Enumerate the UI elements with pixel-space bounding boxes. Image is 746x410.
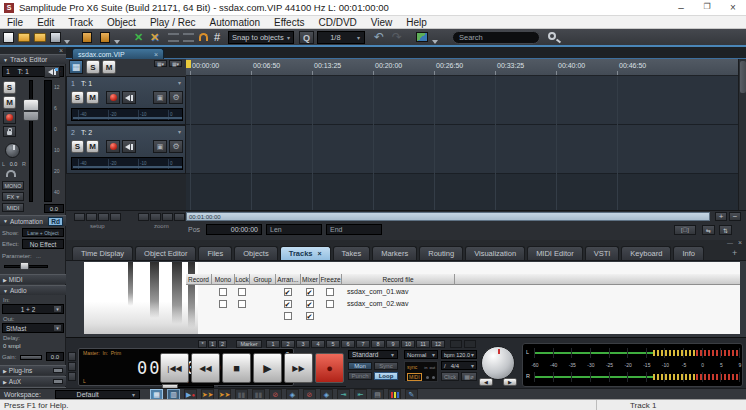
playhead-marker-icon[interactable]: [186, 60, 191, 68]
docker-tab-files[interactable]: Files: [198, 246, 232, 261]
menu-item-automation[interactable]: Automation: [202, 17, 267, 28]
sync-button[interactable]: Sync: [374, 362, 398, 370]
track1-record-button[interactable]: [106, 91, 120, 104]
rewind-to-start-button[interactable]: |◀◀: [160, 353, 189, 383]
automation-mode-badge[interactable]: Rd: [48, 217, 63, 226]
column-header-mixer[interactable]: Mixer: [301, 274, 320, 285]
mono-button[interactable]: MONO: [2, 181, 24, 190]
show-dropdown[interactable]: Lane + Object: [22, 228, 64, 237]
loop-button[interactable]: Loop: [374, 372, 398, 380]
docker-tab-visualization[interactable]: Visualization: [465, 246, 525, 261]
rewind-button[interactable]: ◀◀: [191, 353, 220, 383]
menu-item-play-rec[interactable]: Play / Rec: [143, 17, 203, 28]
table-row[interactable]: ✔: [186, 311, 740, 323]
track-editor-header[interactable]: ▼ Track Editor: [0, 54, 66, 64]
track-name[interactable]: T: 1: [81, 80, 92, 87]
track-header-1[interactable]: 1 T: 1 ▾ S M ▣ ⚙ -40-20-100: [66, 76, 186, 125]
speaker-button[interactable]: [44, 66, 60, 78]
marker-caret-icon[interactable]: [114, 40, 120, 44]
mouse-mode-caret-icon[interactable]: [432, 40, 438, 44]
zoom-out-button[interactable]: −: [729, 212, 741, 221]
marker-button-12[interactable]: 12: [431, 340, 445, 348]
checkbox-freeze[interactable]: [326, 288, 334, 296]
marker-button-1[interactable]: 1: [266, 340, 280, 348]
quantize-value-dropdown[interactable]: 1/8 ▾: [317, 31, 365, 44]
docker-tab-object-editor[interactable]: Object Editor: [135, 246, 196, 261]
track-menu-caret-icon[interactable]: ▾: [178, 80, 181, 86]
track-header-2[interactable]: 2 T: 2 ▾ S M ▣ ⚙ -40-20-100: [66, 125, 186, 174]
automation-header[interactable]: ▼ Automation Rd: [0, 215, 66, 226]
marker-button-10[interactable]: 10: [401, 340, 415, 348]
punch-button[interactable]: Punch: [348, 372, 372, 380]
docker-tab-midi-editor[interactable]: MIDI Editor: [527, 246, 583, 261]
midi-button[interactable]: MIDI: [2, 203, 24, 212]
plugins-mini-button[interactable]: [53, 368, 63, 373]
swap-vertical-button[interactable]: ⇅: [719, 225, 732, 235]
time-signature-dropdown[interactable]: / 4/4 ▾: [441, 361, 477, 370]
track2-mute-button[interactable]: M: [86, 140, 99, 153]
checkbox-arran[interactable]: ✔: [284, 300, 292, 308]
track1-lane[interactable]: [186, 76, 738, 125]
range-marker-icon[interactable]: [82, 32, 92, 43]
track2-lane[interactable]: [186, 125, 738, 174]
docker-close-icon[interactable]: ×: [738, 241, 742, 245]
checkbox-freeze[interactable]: [326, 300, 334, 308]
docker-tab-takes[interactable]: Takes: [333, 246, 371, 261]
quantize-button[interactable]: Q: [299, 31, 314, 44]
volume-fader-handle[interactable]: [23, 99, 39, 121]
vertical-scrollbar[interactable]: [738, 59, 746, 210]
stop-button[interactable]: ■: [222, 353, 251, 383]
len-box[interactable]: Len: [266, 224, 322, 235]
audio-in-dropdown[interactable]: 1 + 2 ▾: [2, 304, 64, 314]
crossfade-editor-icon[interactable]: ✕: [150, 31, 159, 44]
menu-item-cd-dvd[interactable]: CD/DVD: [311, 17, 363, 28]
range-button-2[interactable]: 2: [218, 340, 227, 348]
menu-item-effects[interactable]: Effects: [267, 17, 311, 28]
cut-objects-icon[interactable]: ✕: [134, 31, 143, 44]
docker-add-tab-button[interactable]: +: [732, 248, 737, 258]
docker-tab-keyboard[interactable]: Keyboard: [621, 246, 671, 261]
aux-mini-button[interactable]: [53, 379, 63, 384]
record-arm-button[interactable]: [3, 111, 16, 124]
search-input[interactable]: Search: [452, 31, 540, 44]
marker-button-7[interactable]: 7: [356, 340, 370, 348]
column-header-mono[interactable]: Mono: [212, 274, 235, 285]
grid-view-icon[interactable]: ▦▾: [154, 60, 167, 67]
zoom-in-button[interactable]: +: [715, 212, 727, 221]
docker-tab-vsti[interactable]: VSTI: [585, 246, 620, 261]
end-box[interactable]: End: [326, 224, 382, 235]
menu-item-view[interactable]: View: [364, 17, 400, 28]
save-options-caret-icon[interactable]: [64, 40, 70, 44]
track1-output-button[interactable]: ▣: [153, 91, 167, 104]
monitor-headphone-icon[interactable]: [6, 170, 16, 177]
pan-knob[interactable]: [5, 143, 20, 158]
track-lanes[interactable]: [186, 76, 738, 210]
checkbox-mono[interactable]: [219, 288, 227, 296]
editor-close-icon[interactable]: ×: [59, 48, 63, 53]
grid-icon[interactable]: #: [214, 31, 220, 43]
marker-button-5[interactable]: 5: [326, 340, 340, 348]
docker-minimize-icon[interactable]: —: [727, 241, 733, 245]
grid-preset-button[interactable]: [162, 213, 173, 221]
marker-button-6[interactable]: 6: [341, 340, 355, 348]
solo-button[interactable]: S: [3, 81, 16, 94]
menu-item-help[interactable]: Help: [399, 17, 434, 28]
nudge-right-button[interactable]: ▶: [503, 378, 517, 386]
aux-section-header[interactable]: ▶ AuX: [0, 376, 66, 386]
all-solo-button[interactable]: S: [86, 60, 100, 74]
docker-tab-markers[interactable]: Markers: [372, 246, 417, 261]
project-tab-close-icon[interactable]: ×: [154, 51, 158, 58]
audio-out-caret-icon[interactable]: ▾: [53, 324, 62, 332]
midi-section-header[interactable]: ▶ MIDI: [0, 274, 66, 284]
column-header-freeze[interactable]: Freeze: [320, 274, 342, 285]
transport-mini-button-3[interactable]: [68, 372, 76, 381]
marker-label-button[interactable]: Marker: [236, 340, 262, 348]
marker-button-4[interactable]: 4: [311, 340, 325, 348]
track2-record-button[interactable]: [106, 140, 120, 153]
checkbox-mono[interactable]: [219, 300, 227, 308]
checkbox-lock[interactable]: [238, 300, 246, 308]
maximize-button[interactable]: ❐: [694, 2, 720, 13]
table-row[interactable]: ✔✔ssdax_com_01.wav: [186, 287, 740, 299]
checkbox-mixer[interactable]: ✔: [306, 300, 314, 308]
checkbox-lock[interactable]: [238, 288, 246, 296]
